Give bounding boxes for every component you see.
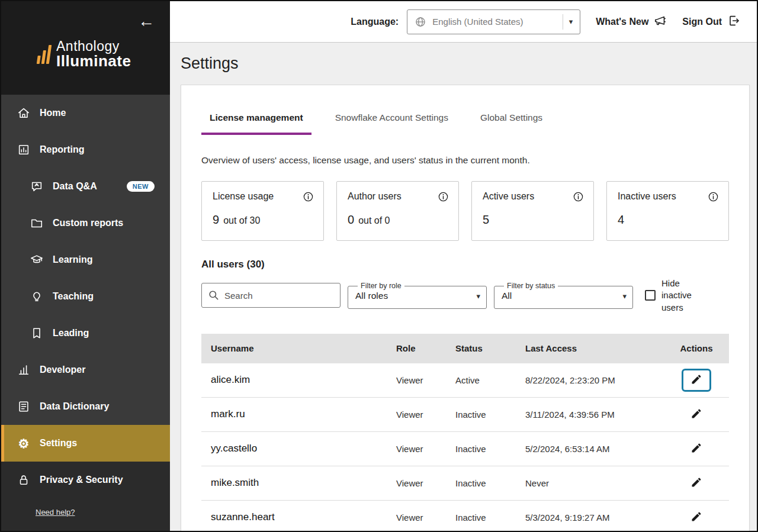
data-qa-icon (30, 179, 44, 194)
collapse-sidebar-button[interactable]: ← (138, 13, 155, 30)
users-table-body: alice.kim Viewer Active 8/22/2024, 2:23:… (201, 363, 729, 531)
learning-icon (30, 253, 44, 267)
hide-inactive-users-control: Hide inactive users (645, 278, 698, 314)
cell-status: Inactive (446, 512, 516, 523)
chevron-down-icon: ▾ (569, 17, 573, 26)
edit-user-button[interactable] (682, 369, 711, 392)
user-filter-controls: Filter by role All roles ▾ Filter by sta… (201, 278, 729, 314)
stat-card-author-users: Author users 0 out of 0 (336, 181, 459, 241)
hide-inactive-users-label: Hide inactive users (661, 278, 698, 314)
whats-new-button[interactable]: What's New (596, 14, 667, 30)
sidebar-item-data-dictionary[interactable]: Data Dictionary (1, 388, 170, 425)
whats-new-label: What's New (596, 17, 648, 27)
cell-last-access: 5/3/2024, 9:19:27 AM (516, 512, 664, 523)
table-row: alice.kim Viewer Active 8/22/2024, 2:23:… (201, 363, 729, 398)
stat-card-license-usage: License usage 9 out of 30 (201, 181, 324, 241)
custom-reports-icon (30, 216, 44, 230)
page-title: Settings (181, 54, 757, 73)
sign-out-label: Sign Out (682, 17, 722, 27)
users-table: Username Role Status Last Access Actions… (201, 334, 729, 531)
tab-snowflake-account-settings[interactable]: Snowflake Account Settings (327, 112, 457, 135)
sidebar-item-developer[interactable]: Developer (1, 352, 170, 388)
globe-icon (415, 16, 426, 28)
sidebar-item-label: Home (40, 108, 66, 118)
cell-status: Inactive (446, 410, 516, 420)
hide-inactive-users-checkbox[interactable] (645, 290, 656, 301)
sidebar-item-label: Developer (40, 365, 85, 375)
sidebar-item-home[interactable]: Home (1, 95, 170, 131)
settings-card: License management Snowflake Account Set… (181, 85, 750, 531)
edit-pencil-icon (690, 373, 702, 387)
main-area: Language: English (United States) ▾ What… (170, 1, 757, 531)
settings-gear-icon: ⚙ (17, 436, 31, 450)
filter-by-status-label: Filter by status (504, 282, 558, 290)
sidebar-item-learning[interactable]: Learning (1, 241, 170, 278)
sidebar-item-label: Custom reports (53, 218, 123, 228)
cell-role: Viewer (387, 512, 446, 523)
column-header-actions: Actions (664, 343, 729, 353)
stat-title: License usage (213, 191, 274, 202)
stat-value: 9 (213, 213, 219, 227)
tab-bar: License management Snowflake Account Set… (201, 112, 729, 135)
sidebar-item-reporting[interactable]: Reporting (1, 131, 170, 168)
sidebar-bottom-section: Privacy & Security Need help? (1, 462, 170, 531)
stat-suffix: out of 30 (223, 215, 260, 226)
leading-icon (30, 326, 44, 340)
info-icon[interactable] (708, 191, 719, 202)
stat-title: Active users (483, 191, 534, 202)
search-icon (208, 289, 219, 303)
info-icon[interactable] (303, 191, 314, 202)
edit-pencil-icon (690, 408, 702, 421)
column-header-last-access: Last Access (516, 343, 664, 353)
info-icon[interactable] (438, 191, 449, 202)
sidebar-item-leading[interactable]: Leading (1, 315, 170, 352)
filter-by-status-dropdown[interactable]: Filter by status All ▾ (494, 282, 633, 309)
sidebar-logo-area: ← Anthology Illuminate (1, 1, 170, 95)
all-users-heading: All users (30) (201, 259, 729, 270)
cell-username: suzanne.heart (201, 511, 387, 523)
edit-user-button[interactable] (682, 437, 711, 460)
sidebar-item-label: Reporting (40, 144, 85, 155)
language-dropdown[interactable]: English (United States) ▾ (407, 9, 580, 34)
cell-last-access: 8/22/2024, 2:23:20 PM (516, 375, 664, 385)
table-row: mark.ru Viewer Inactive 3/11/2024, 4:39:… (201, 398, 729, 432)
app-window: ← Anthology Illuminate Home Repor (0, 0, 758, 532)
sign-out-icon (727, 14, 740, 30)
sidebar-item-privacy-security[interactable]: Privacy & Security (1, 462, 170, 498)
cell-status: Inactive (446, 444, 516, 454)
tab-license-management[interactable]: License management (201, 112, 311, 135)
stat-cards: License usage 9 out of 30 Author user (201, 181, 729, 241)
tab-global-settings[interactable]: Global Settings (472, 112, 551, 135)
search-input[interactable] (201, 283, 341, 308)
cell-username: yy.castello (201, 443, 387, 454)
edit-user-button[interactable] (682, 472, 711, 495)
cell-role: Viewer (387, 444, 446, 454)
edit-user-button[interactable] (682, 403, 711, 426)
filter-by-role-dropdown[interactable]: Filter by role All roles ▾ (348, 282, 487, 309)
stat-value: 4 (618, 213, 624, 227)
sidebar-item-settings[interactable]: ⚙ Settings (1, 425, 170, 462)
lock-icon (17, 473, 31, 487)
sidebar-item-data-qa[interactable]: Data Q&A NEW (1, 168, 170, 205)
language-label: Language: (351, 17, 399, 27)
dropdown-divider (563, 14, 563, 30)
cell-role: Viewer (387, 410, 446, 420)
table-row: yy.castello Viewer Inactive 5/2/2024, 6:… (201, 432, 729, 466)
sidebar-item-teaching[interactable]: Teaching (1, 278, 170, 315)
sidebar-item-label: Settings (40, 438, 77, 449)
logo-bars-icon (37, 45, 52, 64)
stat-title: Author users (348, 191, 402, 202)
cell-username: mike.smith (201, 477, 387, 489)
stat-title: Inactive users (618, 191, 676, 202)
info-icon[interactable] (573, 191, 584, 202)
sign-out-button[interactable]: Sign Out (682, 14, 740, 30)
edit-user-button[interactable] (682, 506, 711, 529)
sidebar-item-custom-reports[interactable]: Custom reports (1, 205, 170, 241)
sidebar-item-label: Leading (53, 328, 89, 338)
chevron-down-icon: ▾ (622, 292, 627, 301)
developer-icon (17, 363, 31, 377)
content-area: Settings License management Snowflake Ac… (170, 43, 757, 531)
new-badge: NEW (127, 181, 155, 192)
need-help-link[interactable]: Need help? (36, 508, 75, 517)
topbar: Language: English (United States) ▾ What… (170, 1, 757, 43)
